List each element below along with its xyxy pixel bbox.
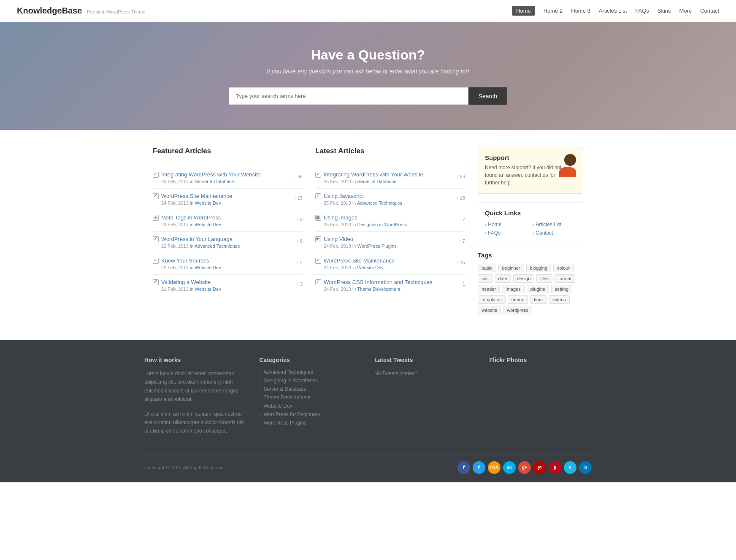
latest-article-6: WordPress CSS Information and Techniques… [315,275,465,296]
quick-links-box: Quick Links ›Home ›Articles List ›FAQs ›… [478,202,583,243]
support-avatar [567,154,576,177]
footer-flickr: Flickr Photos [490,357,592,441]
tag-item[interactable]: basic [478,264,496,272]
article-link[interactable]: Meta Tags in WordPress [161,214,221,221]
tag-item[interactable]: templates [478,295,506,304]
article-link[interactable]: Know Your Sources [161,257,209,264]
support-title: Support [485,154,563,161]
social-rss[interactable]: rss [488,461,501,474]
article-link[interactable]: WordPress in Your Language [161,236,233,242]
footer-tweets: Latest Tweets No Tweets loaded ! [374,357,477,441]
tag-item[interactable]: theme [508,295,528,304]
social-googleplus[interactable]: g+ [518,461,531,474]
quick-link-home[interactable]: ›Home [485,222,528,227]
latest-article-2: Using Javascript 25 Feb, 2013 in Advance… [315,189,465,210]
nav-articles-list[interactable]: Articles List [599,8,627,14]
article-link[interactable]: Integrating WordPress with Your Website [161,171,261,178]
tag-item[interactable]: time [530,295,547,304]
footer-category-link[interactable]: Theme Development [260,395,362,400]
sidebar: Support Need more support? If you did no… [478,147,583,323]
latest-title: Latest Articles [315,147,465,159]
article-link[interactable]: Validating a Website [161,279,211,285]
tag-item[interactable]: files [536,274,552,283]
tag-item[interactable]: format [555,274,575,283]
tag-item[interactable]: colour [553,264,574,272]
tags-list: basicbeginnerbloggingcolourcssdatedesign… [478,264,583,314]
footer-category-link[interactable]: WordPress for Beginners [260,411,362,417]
latest-article-1: Integrating WordPress with Your Website … [315,167,465,189]
article-link[interactable]: Integrating WordPress with Your Website [324,171,423,178]
logo[interactable]: KnowledgeBase Premium WordPress Theme [17,6,145,16]
article-link[interactable]: WordPress Site Maintenance [324,257,395,264]
featured-article-4: WordPress in Your Language 22 Feb, 2013 … [153,232,303,253]
article-icon [153,279,159,285]
footer-category-link[interactable]: WordPress Plugins [260,420,362,426]
nav-links: Home Home 2 Home 3 Articles List FAQs Sk… [512,6,719,16]
tag-item[interactable]: design [513,274,534,283]
footer-cat-title: Categories [260,357,362,363]
footer-category-link[interactable]: Advanced Techniques [260,369,362,375]
article-icon [153,215,159,221]
featured-article-6: Validating a Website 21 Feb, 2013 in Web… [153,275,303,296]
nav-more[interactable]: More [679,8,692,14]
article-link[interactable]: Using Javascript [324,193,364,199]
footer-category-item: WordPress Plugins [260,420,362,426]
footer-category-link[interactable]: Website Dev [260,403,362,409]
footer-flickr-title: Flickr Photos [490,357,592,363]
article-icon [153,258,159,264]
social-vimeo[interactable]: v [564,461,576,474]
social-linkedin[interactable]: in [579,461,592,474]
article-icon [315,258,321,264]
footer-categories: Categories Advanced TechniquesDesigning … [260,357,362,441]
no-tweets-text: No Tweets loaded ! [374,369,477,378]
nav-home[interactable]: Home [512,6,535,16]
article-icon [315,279,321,285]
article-link[interactable]: WordPress CSS Information and Techniques [324,279,433,285]
tag-item[interactable]: header [478,285,500,293]
footer-category-item: Theme Development [260,395,362,400]
tag-item[interactable]: css [478,274,492,283]
article-icon [153,236,159,242]
tag-item[interactable]: images [502,285,524,293]
footer-how-it-works: How it works Lorem ipsum dolor sit amet,… [144,357,247,441]
footer-categories-list: Advanced TechniquesDesigning in WordPres… [260,369,362,426]
tag-item[interactable]: date [495,274,511,283]
nav-contact[interactable]: Contact [700,8,719,14]
social-skype[interactable]: sk [503,461,516,474]
footer-p2: Ut wisi enim ad minim veniam, quis nostr… [144,410,247,436]
article-link[interactable]: WordPress Site Maintenance [161,193,232,199]
tags-title: Tags [478,252,583,259]
quick-link-contact[interactable]: ›Contact [533,230,576,236]
search-input[interactable] [229,87,468,105]
footer-category-link[interactable]: Server & Database [260,386,362,392]
tag-item[interactable]: wordpress [503,306,532,314]
featured-article-3: Meta Tags in WordPress 23 Feb, 2013 in W… [153,210,303,232]
social-facebook[interactable]: f [457,461,470,474]
logo-tagline: Premium WordPress Theme [87,9,145,14]
article-link[interactable]: Using Video [324,236,353,242]
search-button[interactable]: Search [468,87,507,105]
social-twitter[interactable]: t [473,461,485,474]
tag-item[interactable]: website [478,306,501,314]
featured-article-1: Integrating WordPress with Your Website … [153,167,303,189]
tag-item[interactable]: videos [549,295,570,304]
nav-skins[interactable]: Skins [658,8,671,14]
tag-item[interactable]: beginner [498,264,524,272]
tag-item[interactable]: setting [551,285,572,293]
footer-category-item: WordPress for Beginners [260,411,362,417]
social-pinterest[interactable]: p [549,461,561,474]
article-icon [315,193,321,199]
article-link[interactable]: Using Images [324,214,357,221]
nav-home2[interactable]: Home 2 [544,8,563,14]
quick-link-faqs[interactable]: ›FAQs [485,230,528,236]
nav-home3[interactable]: Home 3 [571,8,590,14]
social-youtube[interactable]: yt [533,461,546,474]
footer-tweets-title: Latest Tweets [374,357,477,363]
latest-article-5: WordPress Site Maintenance 24 Feb, 2013 … [315,253,465,275]
nav-faqs[interactable]: FAQs [635,8,649,14]
footer-category-link[interactable]: Designing in WordPress [260,378,362,384]
tag-item[interactable]: plugins [527,285,549,293]
tag-item[interactable]: blogging [526,264,552,272]
footer-category-item: Designing in WordPress [260,378,362,384]
quick-link-articles[interactable]: ›Articles List [533,222,576,227]
